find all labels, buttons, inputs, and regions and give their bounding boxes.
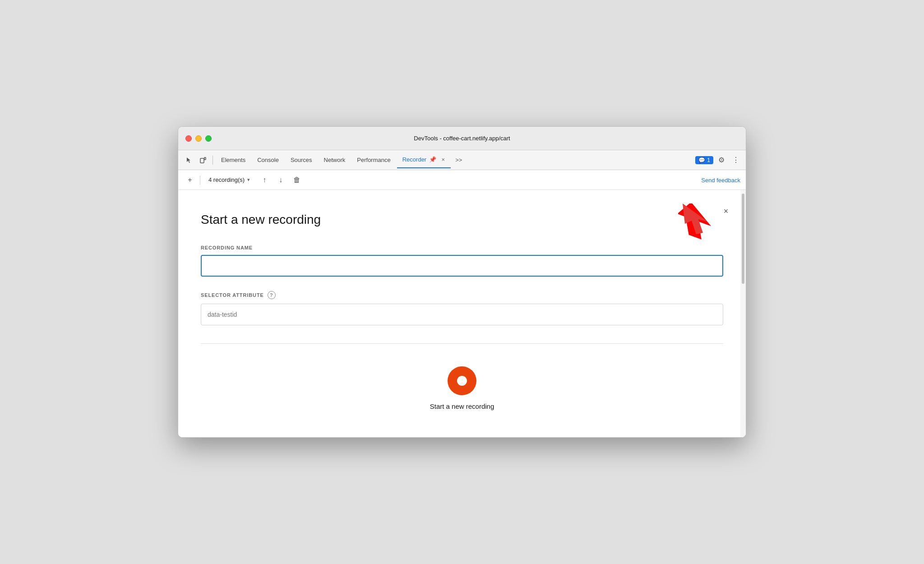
recorder-pin-icon: 📌 [429, 156, 436, 163]
recording-name-label: RECORDING NAME [201, 245, 723, 250]
gear-icon: ⚙ [718, 156, 725, 164]
close-traffic-light[interactable] [185, 135, 192, 142]
traffic-lights [185, 135, 212, 142]
divider [201, 343, 723, 344]
delete-button[interactable]: 🗑 [291, 174, 303, 186]
chevron-down-icon: ▾ [247, 177, 250, 183]
recorder-toolbar: + 4 recording(s) ▾ ↑ ↓ 🗑 Send feedback [178, 170, 746, 190]
tab-bar-right: 💬 1 ⚙ ⋮ [695, 154, 742, 166]
record-button-inner [457, 376, 467, 386]
kebab-icon: ⋮ [732, 156, 739, 164]
tab-elements[interactable]: Elements [216, 152, 251, 168]
record-section: Start a new recording [201, 366, 723, 410]
chat-icon: 💬 [698, 157, 705, 163]
devtools-window: DevTools - coffee-cart.netlify.app/cart … [178, 126, 746, 438]
tab-recorder[interactable]: Recorder 📌 × [397, 152, 451, 168]
selector-attribute-section: SELECTOR ATTRIBUTE ? [201, 291, 723, 325]
dialog-title: Start a new recording [201, 213, 723, 227]
notifications-button[interactable]: 💬 1 [695, 156, 713, 164]
device-toolbar-icon[interactable] [196, 153, 210, 167]
arrow-pointer [678, 199, 723, 237]
tab-sources[interactable]: Sources [285, 152, 318, 168]
pointer-tool-icon[interactable] [182, 153, 195, 167]
window-title: DevTools - coffee-cart.netlify.app/cart [414, 135, 510, 142]
import-button[interactable]: ↓ [274, 174, 287, 186]
scrollbar-thumb[interactable] [742, 194, 744, 284]
export-icon: ↑ [263, 176, 266, 184]
more-options-button[interactable]: ⋮ [730, 154, 742, 166]
selector-attribute-label: SELECTOR ATTRIBUTE ? [201, 291, 723, 299]
svg-rect-0 [200, 158, 204, 163]
export-button[interactable]: ↑ [258, 174, 271, 186]
record-button-label: Start a new recording [430, 402, 494, 410]
svg-rect-1 [204, 157, 206, 160]
main-content: × Start a new recording RECORDING NAME S… [178, 190, 746, 437]
tab-bar-divider [213, 156, 213, 165]
recorder-tab-close[interactable]: × [439, 156, 447, 164]
recording-name-section: RECORDING NAME [201, 245, 723, 277]
recording-name-input[interactable] [201, 255, 723, 277]
help-icon[interactable]: ? [268, 291, 276, 299]
minimize-traffic-light[interactable] [195, 135, 202, 142]
title-bar: DevTools - coffee-cart.netlify.app/cart [178, 127, 746, 150]
tab-network[interactable]: Network [319, 152, 351, 168]
tab-console[interactable]: Console [252, 152, 284, 168]
maximize-traffic-light[interactable] [205, 135, 212, 142]
send-feedback-link[interactable]: Send feedback [701, 177, 740, 184]
tab-performance[interactable]: Performance [351, 152, 396, 168]
toolbar-divider [200, 176, 200, 185]
start-recording-button[interactable] [448, 366, 476, 395]
tab-bar: Elements Console Sources Network Perform… [178, 150, 746, 170]
trash-icon: 🗑 [293, 176, 300, 184]
scrollbar-track[interactable] [740, 190, 746, 437]
recordings-dropdown[interactable]: 4 recording(s) ▾ [204, 175, 254, 185]
recorder-label: Recorder [402, 156, 426, 163]
import-icon: ↓ [279, 176, 282, 184]
notification-count: 1 [707, 157, 710, 163]
selector-attribute-input[interactable] [201, 304, 723, 325]
add-recording-button[interactable]: + [184, 174, 196, 186]
toolbar-right: Send feedback [701, 176, 740, 184]
more-tabs-button[interactable]: >> [452, 157, 466, 163]
settings-button[interactable]: ⚙ [715, 154, 728, 166]
recordings-count-label: 4 recording(s) [208, 176, 245, 183]
